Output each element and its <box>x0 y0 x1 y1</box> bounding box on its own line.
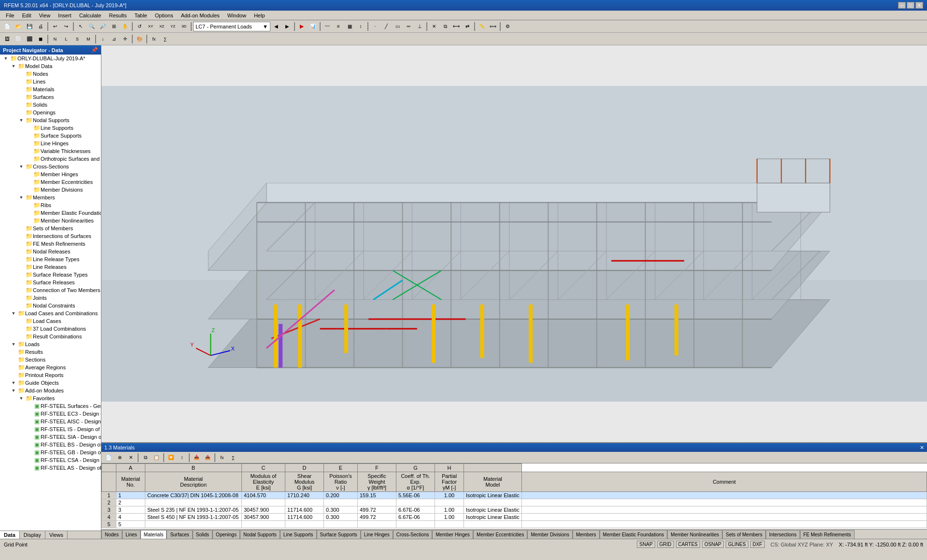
tree-item[interactable]: ▼📁Load Cases and Combinations <box>0 309 101 317</box>
viewport-3d[interactable]: X Z Y <box>101 45 927 442</box>
zoom-all-button[interactable]: ⊞ <box>109 21 119 32</box>
tree-item[interactable]: ▼📁ORLY-DLUBAL-July 2019-A* <box>0 55 101 62</box>
tree-item[interactable]: 📁Materials <box>0 85 101 93</box>
bottom-tab-openings[interactable]: Openings <box>212 530 240 539</box>
tree-item[interactable]: 📁37 Load Combinations <box>0 325 101 333</box>
open-button[interactable]: 📂 <box>13 21 24 32</box>
menu-view[interactable]: View <box>35 12 55 19</box>
tree-item[interactable]: 📁Sections <box>0 356 101 364</box>
cell-alpha[interactable] <box>396 499 435 506</box>
cell-G[interactable]: 1710.240 <box>285 492 324 499</box>
cell-matno[interactable]: 1 <box>116 492 145 499</box>
bottom-tab-intersections[interactable]: Intersections <box>766 530 800 539</box>
tree-item[interactable]: 📁Solids <box>0 101 101 109</box>
cell-nu[interactable]: 0.300 <box>324 514 358 521</box>
cell-gamma[interactable] <box>358 499 396 506</box>
view-3d-button[interactable]: 3D <box>179 21 189 32</box>
cell-alpha[interactable]: 6.67E-06 <box>396 506 435 514</box>
tree-item[interactable]: ▼📁Cross-Sections <box>0 163 101 170</box>
mirror-button[interactable]: ⇄ <box>462 21 473 32</box>
cell-partial[interactable] <box>435 499 464 506</box>
pan-button[interactable]: ✋ <box>120 21 130 32</box>
tree-item[interactable]: ▼📁Nodal Supports <box>0 116 101 124</box>
table-formula-button[interactable]: fx <box>217 452 227 463</box>
cell-desc[interactable]: Steel S 450 | NF EN 1993-1-1:2007-05 <box>145 514 242 521</box>
cell-nu[interactable] <box>324 521 358 528</box>
table-insert-row-button[interactable]: ⊕ <box>114 452 125 463</box>
dimension-button[interactable]: ⟺ <box>488 21 498 32</box>
tree-item[interactable]: 📁Sets of Members <box>0 224 101 232</box>
minimize-button[interactable]: ─ <box>898 2 906 9</box>
settings-button[interactable]: ⚙ <box>502 21 513 32</box>
tree-item[interactable]: 📁Line Releases <box>0 263 101 271</box>
tree-item[interactable]: ▣RF-STEEL AS - Design of steel mer... <box>0 464 101 472</box>
nav-tab-views[interactable]: Views <box>45 531 68 539</box>
table-container[interactable]: A B C D E F G H MaterialNo. <box>101 463 927 529</box>
tree-item[interactable]: 📁Average Regions <box>0 364 101 371</box>
rotate-button[interactable]: ↺ <box>134 21 145 32</box>
results-button[interactable]: 📊 <box>308 21 318 32</box>
formula-button[interactable]: ∑ <box>160 34 170 44</box>
cell-alpha[interactable]: 6.67E-06 <box>396 514 435 521</box>
row-number[interactable]: 4 <box>102 514 116 521</box>
menu-help[interactable]: Help <box>250 12 269 19</box>
cell-G[interactable]: 11714.600 <box>285 506 324 514</box>
tree-item[interactable]: 📁Results <box>0 348 101 356</box>
label-members-button[interactable]: M <box>83 34 94 44</box>
bottom-tab-line-hinges[interactable]: Line Hinges <box>361 530 393 539</box>
cell-model[interactable]: Isotropic Linear Elastic <box>464 506 522 514</box>
row-number[interactable]: 5 <box>102 521 116 528</box>
bottom-tab-surface-supports[interactable]: Surface Supports <box>317 530 361 539</box>
table-paste-button[interactable]: 📋 <box>151 452 162 463</box>
new-file-button[interactable]: 📄 <box>2 21 13 32</box>
load-case-dropdown[interactable]: LC7 - Permanent Loads ▼ <box>193 22 270 31</box>
print-button[interactable]: 🖨 <box>35 21 46 32</box>
cell-model[interactable] <box>464 499 522 506</box>
view-xy-button[interactable]: XY <box>145 21 156 32</box>
table-new-row-button[interactable]: 📄 <box>103 452 114 463</box>
cell-model[interactable]: Isotropic Linear Elastic <box>464 514 522 521</box>
tree-item[interactable]: 📁Line Release Types <box>0 255 101 263</box>
tree-item[interactable]: 📁Ribs <box>0 201 101 209</box>
table-import-button[interactable]: 📥 <box>191 452 202 463</box>
tree-item[interactable]: 📁Nodal Releases <box>0 248 101 255</box>
cartes-button[interactable]: CARTES <box>676 541 700 548</box>
select-button[interactable]: ↖ <box>75 21 86 32</box>
tree-item[interactable]: 📁Member Hinges <box>0 170 101 178</box>
tree-item[interactable]: ▼📁Guide Objects <box>0 379 101 387</box>
cell-partial[interactable] <box>435 521 464 528</box>
menu-options[interactable]: Options <box>151 12 177 19</box>
tree-item[interactable]: 📁Orthotropic Surfaces and Membra... <box>0 155 101 163</box>
render-button[interactable]: 🖼 <box>2 34 13 44</box>
row-number[interactable]: 2 <box>102 499 116 506</box>
tree-item[interactable]: 📁Variable Thicknesses <box>0 147 101 155</box>
cell-nu[interactable]: 0.200 <box>324 492 358 499</box>
cell-E[interactable] <box>242 499 285 506</box>
tree-item[interactable]: 📁Joints <box>0 294 101 302</box>
tree-item[interactable]: ▼📁Model Data <box>0 62 101 70</box>
cell-partial[interactable]: 1.00 <box>435 514 464 521</box>
cell-comment[interactable] <box>522 514 927 521</box>
delete-button[interactable]: ✕ <box>429 21 439 32</box>
nav-tab-data[interactable]: Data <box>0 531 20 539</box>
cell-E[interactable]: 30457.900 <box>242 514 285 521</box>
table-row[interactable]: 55 <box>102 521 927 528</box>
cell-nu[interactable]: 0.300 <box>324 506 358 514</box>
cell-desc[interactable]: Concrete C30/37| DIN 1045-1:2008-08 <box>145 492 242 499</box>
bottom-tab-lines[interactable]: Lines <box>122 530 140 539</box>
menu-file[interactable]: File <box>2 12 18 19</box>
show-loads-button[interactable]: ↓ <box>98 34 108 44</box>
line-button[interactable]: ╱ <box>381 21 392 32</box>
row-number[interactable]: 3 <box>102 506 116 514</box>
cell-G[interactable]: 11714.600 <box>285 514 324 521</box>
tree-item[interactable]: 📁Nodes <box>0 70 101 78</box>
tree-item[interactable]: 📁Nodal Constraints <box>0 302 101 309</box>
cell-comment[interactable] <box>522 521 927 528</box>
menu-insert[interactable]: Insert <box>54 12 75 19</box>
tree-item[interactable]: ▼📁Favorites <box>0 394 101 402</box>
cell-matno[interactable]: 3 <box>116 506 145 514</box>
tree-item[interactable]: 📁Printout Reports <box>0 371 101 379</box>
show-supports-button[interactable]: ⊿ <box>109 34 119 44</box>
osnap-button[interactable]: OSNAP <box>702 541 724 548</box>
snap-button[interactable]: SNAP <box>637 541 655 548</box>
